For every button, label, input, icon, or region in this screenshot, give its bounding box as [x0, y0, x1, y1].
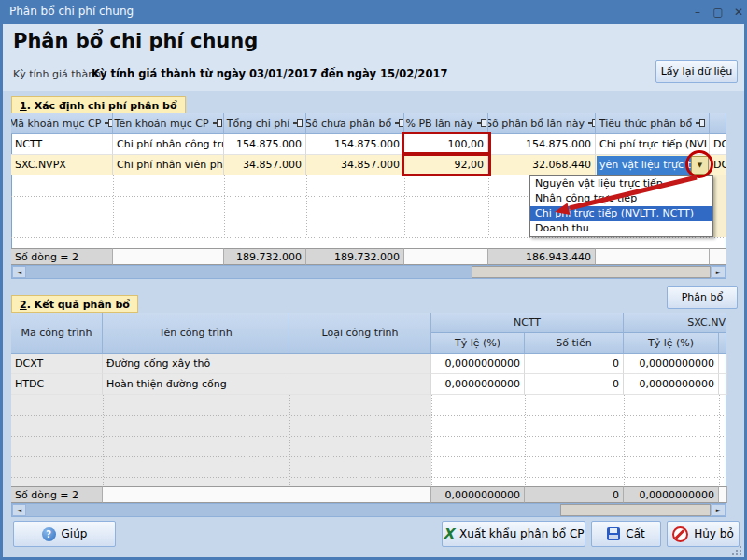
col-group-sxc[interactable]: SXC.NV: [624, 313, 726, 333]
col-header-ty-le-nctt[interactable]: Tỷ lệ (%): [431, 333, 525, 354]
help-label: Giúp: [62, 527, 88, 540]
col-header-ma-khoan-muc[interactable]: Mã khoản mục CP: [11, 113, 113, 134]
save-icon: [607, 527, 620, 540]
gridline: [224, 175, 225, 237]
table-cell[interactable]: Đường cống xây thô: [103, 354, 289, 374]
close-icon[interactable]: ✕: [730, 4, 747, 21]
table-cell[interactable]: HTDC: [11, 374, 103, 395]
annotation-box-percent-row2: [402, 152, 491, 176]
col-header-tong-chi-phi[interactable]: Tổng chi phí: [224, 113, 306, 134]
cancel-button[interactable]: Hủy bỏ: [667, 521, 740, 547]
col-header-loai-cong-trinh[interactable]: Loại công trình: [289, 313, 431, 354]
resize-grip[interactable]: [732, 546, 741, 555]
scroll-right-icon[interactable]: ►: [712, 504, 726, 516]
col-header-ten-cong-trinh[interactable]: Tên công trình: [103, 313, 289, 354]
table-cell[interactable]: Chi phí nhân công trự: [113, 134, 224, 155]
table-cell[interactable]: 0,0000000000: [624, 374, 719, 395]
cancel-icon: [672, 526, 688, 542]
export-allocation-button[interactable]: XXuất khẩu phân bổ CP: [442, 521, 585, 547]
col-header-so-chua-phan-bo[interactable]: Số chưa phân bổ: [306, 113, 404, 134]
col-group-nctt[interactable]: NCTT: [431, 313, 624, 333]
pin-icon[interactable]: [105, 119, 113, 127]
pin-icon[interactable]: [293, 119, 303, 127]
table-cell[interactable]: Chi phí nhân viên phâ: [113, 155, 224, 175]
table-cell[interactable]: 0,0000000000: [624, 354, 719, 374]
save-label: Cất: [626, 527, 644, 540]
pin-icon[interactable]: [477, 119, 486, 127]
col-header-clipped[interactable]: [719, 333, 726, 354]
annotation-arrow: [523, 170, 710, 226]
col-header-clipped[interactable]: [710, 113, 726, 134]
pin-icon[interactable]: [395, 119, 404, 127]
scrollbar-thumb[interactable]: [472, 266, 711, 278]
table-cell[interactable]: [289, 354, 431, 374]
scroll-right-icon[interactable]: ►: [712, 266, 726, 278]
col-header-so-phan-bo[interactable]: Số phân bổ lần này: [488, 113, 596, 134]
col-header-ma-cong-trinh[interactable]: Mã công trình: [11, 313, 103, 354]
maximize-icon[interactable]: ▢: [710, 4, 726, 21]
table-cell[interactable]: [289, 374, 431, 395]
scroll-left-icon[interactable]: ◄: [12, 266, 26, 278]
col-header-tieu-thuc[interactable]: Tiêu thức phân bổ: [596, 113, 710, 134]
col-header-label: Tổng chi phí: [227, 118, 289, 130]
table-cell[interactable]: NCTT: [11, 134, 113, 155]
readonly-column-band: [11, 395, 431, 486]
table-cell[interactable]: [719, 354, 727, 374]
scrollbar-thumb[interactable]: [560, 504, 711, 516]
gridline: [289, 395, 290, 486]
table-cell[interactable]: 0: [525, 374, 624, 395]
col-header-so-tien[interactable]: Số tiền: [525, 333, 624, 354]
table-cell[interactable]: 0,0000000000: [431, 354, 525, 374]
pin-icon[interactable]: [213, 119, 222, 127]
gridline: [306, 175, 307, 237]
help-button[interactable]: ?Giúp: [13, 521, 116, 547]
table-cell[interactable]: DCXT: [11, 354, 103, 374]
gridline: [11, 436, 726, 437]
gridline: [11, 456, 726, 457]
reload-data-button[interactable]: Lấy lại dữ liệu: [655, 60, 738, 83]
table-cell[interactable]: 0: [525, 354, 624, 374]
scroll-left-glyph: ◄: [17, 269, 21, 276]
section2-number: 2: [20, 299, 27, 311]
minimize-icon[interactable]: –: [689, 4, 706, 21]
table-cell[interactable]: 34.857.000: [224, 155, 306, 175]
table-cell[interactable]: 154.875.000: [224, 134, 306, 155]
table-cell[interactable]: DCXT: [710, 134, 726, 155]
summary-total: 189.732.000: [224, 248, 306, 265]
gridline: [11, 237, 726, 238]
table-cell[interactable]: SXC.NVPX: [11, 155, 113, 175]
save-button[interactable]: Cất: [591, 521, 661, 547]
summary-cell: [113, 248, 224, 265]
section2-label: . Kết quả phân bổ: [27, 299, 130, 311]
table-cell[interactable]: 0,0000000000: [431, 374, 525, 395]
scroll-left-icon[interactable]: ◄: [12, 504, 26, 516]
allocate-button[interactable]: Phân bổ: [667, 286, 738, 309]
pin-icon[interactable]: [696, 119, 705, 127]
help-icon: ?: [42, 527, 56, 541]
col-header-label: Số chưa phân bổ: [306, 118, 391, 130]
dialog-window: Phân bổ chi phí chung – ▢ ✕ Phân bổ chi …: [0, 0, 747, 560]
table-cell[interactable]: 154.875.000: [488, 134, 596, 155]
summary-g1-ratio: 0,0000000000: [431, 486, 525, 503]
pin-icon[interactable]: [588, 119, 596, 127]
gridline: [431, 395, 432, 486]
table-cell[interactable]: 34.857.000: [306, 155, 404, 175]
col-header-ty-le-sxc[interactable]: Tỷ lệ (%): [624, 333, 719, 354]
section1-number: 1: [20, 100, 27, 112]
scroll-left-glyph: ◄: [17, 507, 21, 514]
table-cell[interactable]: [719, 374, 727, 395]
col-header-label: Tiêu thức phân bổ: [599, 118, 692, 130]
table-cell[interactable]: Hoàn thiện đường cống: [103, 374, 289, 395]
section2-tab: 2. Kết quả phân bổ: [11, 295, 138, 313]
section1-label: . Xác định chi phí phân bổ: [27, 100, 177, 112]
section1-tab: 1. Xác định chi phí phân bổ: [11, 96, 186, 114]
window-title: Phân bổ chi phí chung: [9, 5, 134, 18]
summary-cell: [596, 248, 710, 265]
page-title: Phân bổ chi phí chung: [13, 30, 258, 52]
summary-cell: [404, 248, 488, 265]
summary-cell: [710, 248, 726, 265]
gridline: [525, 395, 526, 486]
col-header-ten-khoan-muc[interactable]: Tên khoản mục CP: [113, 113, 224, 134]
table-cell[interactable]: 154.875.000: [306, 134, 404, 155]
scroll-right-glyph: ►: [716, 269, 721, 276]
